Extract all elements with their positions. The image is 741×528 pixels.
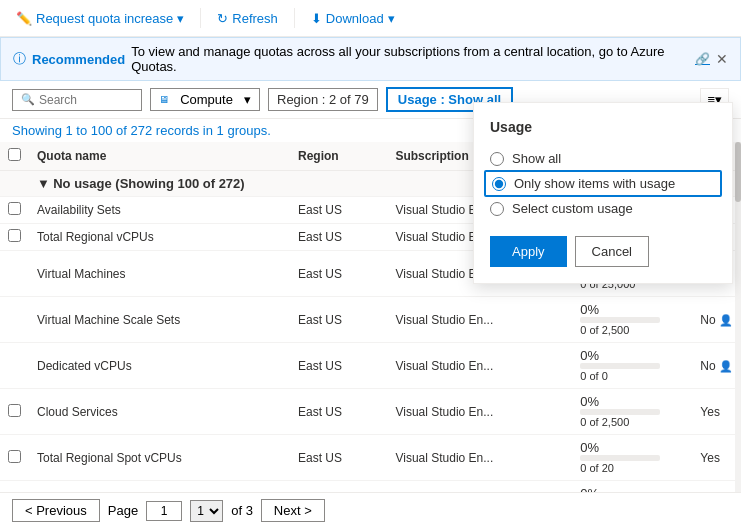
region-header[interactable]: Region <box>290 142 387 171</box>
select-all-checkbox[interactable] <box>8 148 21 161</box>
recommended-label: Recommended <box>32 52 125 67</box>
region-0: East US <box>290 197 387 224</box>
separator-2 <box>294 8 295 28</box>
edit-icon: ✏️ <box>16 11 32 26</box>
toolbar: ✏️ Request quota increase ▾ ↻ Refresh ⬇ … <box>0 0 741 37</box>
info-bar: ⓘ Recommended To view and manage quotas … <box>0 37 741 81</box>
dropdown-actions: Apply Cancel <box>490 236 716 267</box>
region-3: East US <box>290 297 387 343</box>
usage-cell-4: 0% 0 of 0 <box>572 343 692 389</box>
usage-dropdown-title: Usage <box>490 119 716 135</box>
only-usage-option[interactable]: Only show items with usage <box>484 170 722 197</box>
region-1: East US <box>290 224 387 251</box>
show-all-radio[interactable] <box>490 152 504 166</box>
select-all-header[interactable] <box>0 142 29 171</box>
separator-1 <box>200 8 201 28</box>
region-label: Region : 2 of 79 <box>277 92 369 107</box>
refresh-label: Refresh <box>232 11 278 26</box>
row-checkbox-5[interactable] <box>8 404 21 417</box>
adjustable-7: Yes <box>692 481 741 493</box>
adjustable-3: No 👤 <box>692 297 741 343</box>
chevron-down-icon-3: ▾ <box>244 92 251 107</box>
scrollbar-thumb[interactable] <box>735 142 741 202</box>
usage-cell-3: 0% 0 of 2,500 <box>572 297 692 343</box>
adjustable-6: Yes <box>692 435 741 481</box>
adjustable-4: No 👤 <box>692 343 741 389</box>
azure-quotas-link[interactable]: 🔗 <box>695 52 710 66</box>
chevron-down-icon: ▾ <box>177 11 184 26</box>
region-4: East US <box>290 343 387 389</box>
row-checkbox-6[interactable] <box>8 450 21 463</box>
previous-label: < Previous <box>25 503 87 518</box>
subscription-3: Visual Studio En... <box>387 297 572 343</box>
refresh-button[interactable]: ↻ Refresh <box>213 9 282 28</box>
table-row: Virtual Machine Scale Sets East US Visua… <box>0 297 741 343</box>
quota-name-header[interactable]: Quota name <box>29 142 290 171</box>
region-7: East US <box>290 481 387 493</box>
previous-button[interactable]: < Previous <box>12 499 100 522</box>
quota-name-4: Dedicated vCPUs <box>29 343 290 389</box>
quota-name-3: Virtual Machine Scale Sets <box>29 297 290 343</box>
expand-icon[interactable]: ▼ <box>37 176 50 191</box>
region-6: East US <box>290 435 387 481</box>
table-row: Cloud Services East US Visual Studio En.… <box>0 389 741 435</box>
compute-icon: 🖥 <box>159 94 169 105</box>
usage-dropdown: Usage Show all Only show items with usag… <box>473 102 733 284</box>
show-all-label: Show all <box>512 151 561 166</box>
quota-name-2: Virtual Machines <box>29 251 290 297</box>
showing-text: Showing 1 to 100 of 272 records in 1 gro… <box>12 123 271 138</box>
adjustable-5: Yes <box>692 389 741 435</box>
show-all-option[interactable]: Show all <box>490 147 716 170</box>
only-usage-radio[interactable] <box>492 177 506 191</box>
group-label-text: No usage (Showing 100 of 272) <box>53 176 244 191</box>
apply-button[interactable]: Apply <box>490 236 567 267</box>
info-message: To view and manage quotas across all you… <box>131 44 689 74</box>
download-button[interactable]: ⬇ Download ▾ <box>307 9 399 28</box>
region-2: East US <box>290 251 387 297</box>
region-badge: Region : 2 of 79 <box>268 88 378 111</box>
table-row: Basic A Family vCPUs ⓘ East US Visual St… <box>0 481 741 493</box>
only-usage-label: Only show items with usage <box>514 176 675 191</box>
compute-dropdown[interactable]: 🖥 Compute ▾ <box>150 88 260 111</box>
quota-name-5: Cloud Services <box>29 389 290 435</box>
info-icon: ⓘ <box>13 50 26 68</box>
download-label: Download <box>326 11 384 26</box>
subscription-4: Visual Studio En... <box>387 343 572 389</box>
quota-name-1: Total Regional vCPUs <box>29 224 290 251</box>
row-checkbox-1[interactable] <box>8 229 21 242</box>
subscription-5: Visual Studio En... <box>387 389 572 435</box>
row-checkbox-0[interactable] <box>8 202 21 215</box>
chevron-down-icon-2: ▾ <box>388 11 395 26</box>
custom-radio[interactable] <box>490 202 504 216</box>
usage-cell-5: 0% 0 of 2,500 <box>572 389 692 435</box>
scrollbar-track[interactable] <box>735 142 741 492</box>
custom-label: Select custom usage <box>512 201 633 216</box>
search-input[interactable] <box>39 93 129 107</box>
quota-name-0: Availability Sets <box>29 197 290 224</box>
usage-cell-7: 0% 0 of 20 <box>572 481 692 493</box>
subscription-7: Visual Studio En... <box>387 481 572 493</box>
refresh-icon: ↻ <box>217 11 228 26</box>
quota-name-6: Total Regional Spot vCPUs <box>29 435 290 481</box>
next-label: Next > <box>274 503 312 518</box>
request-quota-button[interactable]: ✏️ Request quota increase ▾ <box>12 9 188 28</box>
page-input[interactable] <box>146 501 182 521</box>
region-5: East US <box>290 389 387 435</box>
cancel-button[interactable]: Cancel <box>575 236 649 267</box>
custom-usage-option[interactable]: Select custom usage <box>490 197 716 220</box>
request-quota-label: Request quota increase <box>36 11 173 26</box>
quota-name-7: Basic A Family vCPUs ⓘ <box>29 481 290 493</box>
table-row: Dedicated vCPUs East US Visual Studio En… <box>0 343 741 389</box>
subscription-6: Visual Studio En... <box>387 435 572 481</box>
compute-label: Compute <box>180 92 233 107</box>
page-select[interactable]: 1 2 3 <box>190 500 223 522</box>
usage-cell-6: 0% 0 of 20 <box>572 435 692 481</box>
footer: < Previous Page 1 2 3 of 3 Next > <box>0 492 741 528</box>
info-close-button[interactable]: ✕ <box>716 51 728 67</box>
search-icon: 🔍 <box>21 93 35 106</box>
of-label: of 3 <box>231 503 253 518</box>
cancel-label: Cancel <box>592 244 632 259</box>
next-button[interactable]: Next > <box>261 499 325 522</box>
table-row: Total Regional Spot vCPUs East US Visual… <box>0 435 741 481</box>
search-box: 🔍 <box>12 89 142 111</box>
